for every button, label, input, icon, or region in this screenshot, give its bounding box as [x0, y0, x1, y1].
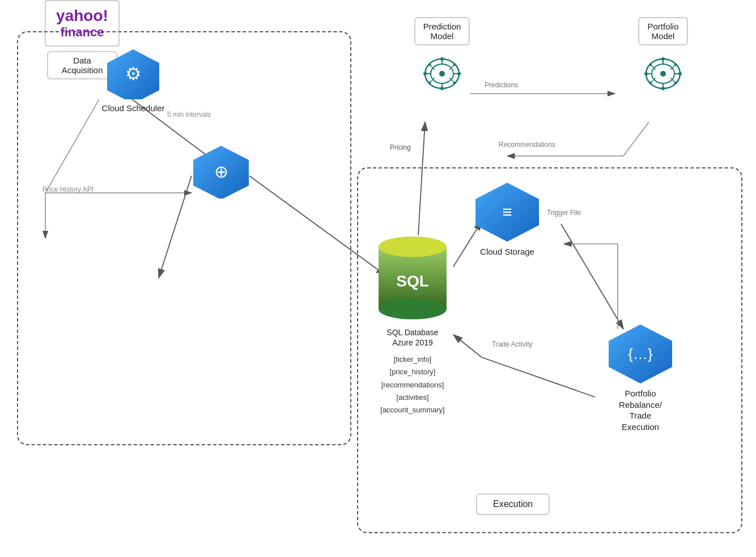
sql-database-label: SQL DatabaseAzure 2019 [350, 327, 475, 348]
node-cloud-storage: ≡ Cloud Storage [465, 182, 550, 258]
node-api-gateway: ⊕ [187, 145, 255, 199]
svg-point-46 [644, 72, 648, 75]
data-acquisition-box [17, 31, 351, 445]
svg-point-27 [423, 72, 427, 75]
api-gateway-icon: ⊕ [214, 162, 228, 182]
svg-point-28 [457, 72, 461, 75]
label-recommendations: Recommendations [499, 141, 555, 149]
label-price-history: Price History API [43, 185, 94, 193]
svg-point-31 [428, 64, 431, 66]
svg-point-26 [440, 87, 444, 90]
svg-point-50 [649, 64, 652, 66]
svg-point-36 [453, 82, 456, 85]
node-portfolio-rebalance: {…} PortfolioRebalance/TradeExecution [589, 323, 691, 432]
svg-point-45 [661, 87, 665, 90]
svg-point-47 [678, 72, 682, 75]
node-sql-database: SQL SQL DatabaseAzure 2019 [ticker_info]… [350, 233, 475, 416]
portfolio-rebalance-label: PortfolioRebalance/TradeExecution [619, 388, 662, 432]
svg-point-51 [674, 64, 677, 66]
node-portfolio-model: PortfolioModel [612, 17, 714, 95]
svg-point-25 [440, 57, 444, 61]
svg-point-60 [379, 237, 447, 257]
svg-point-43 [660, 71, 666, 77]
cloud-storage-icon: ≡ [502, 202, 512, 222]
prediction-model-label: PredictionModel [414, 17, 470, 45]
label-pricing: Pricing [390, 144, 411, 151]
label-trade-activity: Trade Activity [492, 340, 533, 348]
node-prediction-model: PredictionModel [391, 17, 493, 95]
sql-cylinder-svg: SQL [376, 233, 449, 320]
cloud-scheduler-label: Cloud Scheduler [102, 103, 165, 114]
portfolio-brain-icon [640, 50, 686, 95]
cloud-scheduler-icon: ⚙ [125, 63, 142, 85]
svg-point-32 [453, 64, 456, 66]
diagram-container: 5 min intervals Price History API Pricin… [0, 0, 756, 557]
execution-label: Execution [476, 493, 550, 515]
portfolio-exec-icon: {…} [628, 345, 652, 363]
svg-line-8 [623, 122, 649, 156]
sql-cylinder: SQL [376, 233, 449, 323]
svg-point-54 [649, 82, 652, 85]
svg-text:SQL: SQL [396, 272, 429, 290]
svg-point-44 [661, 57, 665, 61]
node-cloud-scheduler: ⚙ Cloud Scheduler [88, 48, 179, 114]
sql-tables: [ticker_info] [price_history] [recommend… [350, 353, 475, 416]
prediction-brain-icon [419, 50, 465, 95]
yahoo-text-main: yahoo! [56, 7, 108, 24]
svg-point-35 [428, 82, 431, 85]
svg-point-55 [674, 82, 677, 85]
svg-point-61 [379, 299, 447, 319]
portfolio-model-label: PortfolioModel [638, 17, 687, 45]
label-trigger-file: Trigger File [547, 209, 581, 217]
cloud-storage-label: Cloud Storage [480, 246, 534, 258]
svg-point-24 [439, 71, 445, 77]
